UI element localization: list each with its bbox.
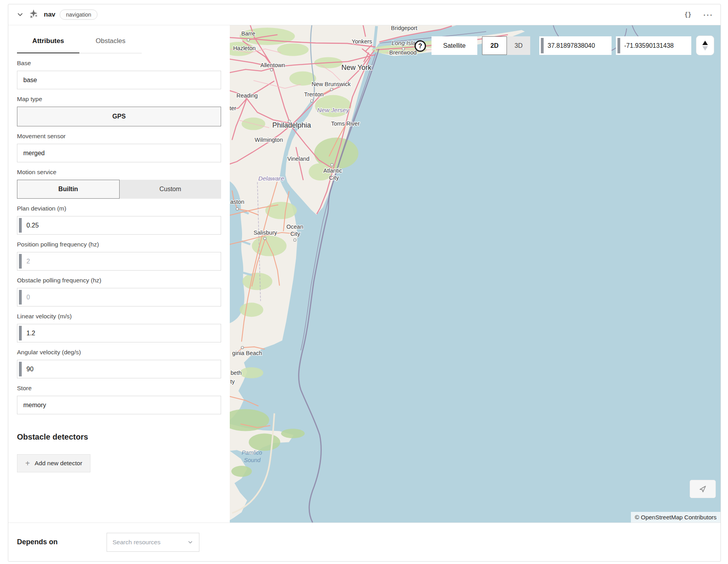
number-drag-handle[interactable] [19,218,22,233]
navigation-arrow-icon [698,484,707,494]
svg-text:Vineland: Vineland [287,156,310,162]
resource-title: nav [44,11,55,19]
map-2d-button[interactable]: 2D [482,36,507,55]
base-label: Base [17,60,221,67]
tab-obstacles[interactable]: Obstacles [79,33,142,53]
latitude-input[interactable] [544,36,612,55]
resource-type-badge: navigation [60,9,98,20]
tab-attributes[interactable]: Attributes [17,33,79,53]
svg-text:Sound: Sound [244,457,261,463]
chevron-down-icon [187,539,193,545]
svg-text:Yonkers: Yonkers [352,38,372,45]
map-type-gps-button[interactable]: GPS [17,107,221,126]
position-polling-label: Position polling frequency (hz) [17,241,221,248]
svg-text:Hazleton: Hazleton [233,45,255,51]
plan-deviation-input[interactable] [22,216,221,234]
motion-service-builtin[interactable]: Builtin [17,180,120,199]
motion-service-custom[interactable]: Custom [120,180,221,199]
more-menu-icon[interactable]: ⋯ [703,13,713,17]
obstacle-detectors-heading: Obstacle detectors [17,432,221,442]
svg-text:beth: beth [231,370,242,376]
help-icon[interactable]: ? [415,40,426,52]
svg-text:New York: New York [341,64,372,71]
svg-text:Salisbury: Salisbury [253,229,277,236]
resource-card: nav navigation {} ⋯ Attributes Obstacles… [8,4,721,562]
number-drag-handle[interactable] [19,362,22,376]
svg-text:Brentwood: Brentwood [389,49,417,56]
angular-velocity-field [17,360,221,378]
svg-text:Ocean: Ocean [287,224,304,230]
map[interactable]: BarreHazletonAllentownReadingterPhiladel… [230,25,720,523]
motion-service-label: Motion service [17,169,221,176]
svg-text:ty: ty [230,378,235,385]
svg-text:Barre: Barre [241,30,255,37]
step-up-icon[interactable] [702,41,708,45]
obstacle-polling-field [17,288,221,306]
map-canvas: BarreHazletonAllentownReadingterPhiladel… [230,25,720,523]
svg-text:Pamlico: Pamlico [242,449,262,456]
config-panel: Attributes Obstacles Base Map type GPS M… [8,25,230,523]
add-detector-label: Add new detector [35,460,83,467]
card-header: nav navigation {} ⋯ [8,4,720,25]
depends-on-placeholder: Search resources [113,539,160,546]
plan-deviation-label: Plan deviation (m) [17,205,221,212]
card-footer: Depends on Search resources [8,523,720,561]
longitude-input[interactable] [620,36,691,55]
depends-on-select[interactable]: Search resources [107,533,199,552]
panel-tabs: Attributes Obstacles [17,33,221,53]
svg-text:Reading: Reading [236,92,258,99]
svg-text:Philadelphia: Philadelphia [272,121,311,129]
svg-text:Trenton: Trenton [304,91,323,98]
add-detector-button[interactable]: + Add new detector [17,454,90,472]
store-label: Store [17,385,221,392]
navigation-service-icon [28,9,39,21]
svg-text:aston: aston [230,199,244,205]
svg-text:ginia Beach: ginia Beach [232,350,262,356]
linear-velocity-input[interactable] [22,324,221,342]
json-mode-icon[interactable]: {} [685,11,692,19]
number-drag-handle[interactable] [617,38,620,53]
latitude-field [539,36,612,55]
svg-text:City: City [329,175,339,181]
svg-text:Toms River: Toms River [331,120,360,127]
number-drag-handle[interactable] [541,38,544,53]
depends-on-heading: Depends on [17,538,58,546]
svg-text:Atlantic: Atlantic [323,167,342,174]
map-dimension-toggle: 2D 3D [482,36,530,55]
svg-text:New Brunswick: New Brunswick [311,81,351,87]
map-3d-button[interactable]: 3D [507,36,530,55]
svg-text:ter: ter [230,105,236,111]
movement-sensor-input[interactable] [17,144,221,162]
svg-text:Allentown: Allentown [261,62,285,68]
position-polling-field [17,252,221,271]
card-content: Attributes Obstacles Base Map type GPS M… [8,25,720,523]
base-input[interactable] [17,71,221,89]
svg-text:Delaware: Delaware [258,175,284,182]
angular-velocity-input[interactable] [22,360,221,378]
linear-velocity-label: Linear velocity (m/s) [17,313,221,320]
recenter-button[interactable] [690,480,716,498]
svg-text:New Jersey: New Jersey [317,107,349,113]
map-attribution: © OpenStreetMap Contributors [631,512,720,523]
svg-text:Wilmington: Wilmington [255,137,283,143]
position-polling-input[interactable] [22,252,221,270]
motion-service-toggle: Builtin Custom [17,180,221,199]
collapse-chevron-icon[interactable] [16,11,24,19]
plan-deviation-field [17,216,221,235]
store-input[interactable] [17,396,221,414]
svg-text:City: City [290,231,300,237]
step-down-icon[interactable] [702,46,708,51]
plus-icon: + [25,459,30,468]
obstacle-polling-input[interactable] [22,288,221,306]
zoom-stepper[interactable] [696,36,714,55]
number-drag-handle[interactable] [19,254,22,269]
linear-velocity-field [17,324,221,342]
svg-text:Bridgeport: Bridgeport [391,25,417,31]
longitude-field [616,36,691,55]
obstacle-polling-label: Obstacle polling frequency (hz) [17,277,221,284]
satellite-toggle-button[interactable]: Satellite [432,36,477,55]
number-drag-handle[interactable] [19,290,22,305]
movement-sensor-label: Movement sensor [17,133,221,140]
number-drag-handle[interactable] [19,326,22,340]
angular-velocity-label: Angular velocity (deg/s) [17,349,221,356]
